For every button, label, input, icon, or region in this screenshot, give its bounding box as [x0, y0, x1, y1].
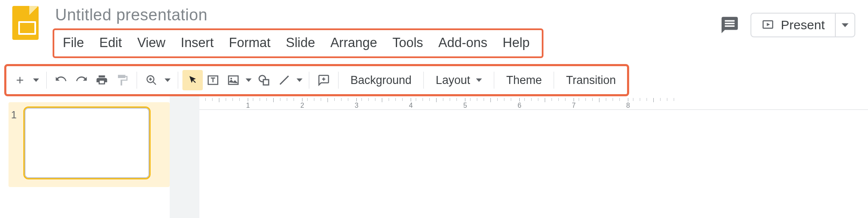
horizontal-ruler[interactable]: 12345678: [199, 96, 868, 110]
canvas-area: 12345678: [199, 96, 868, 218]
chevron-down-icon: [246, 78, 252, 82]
ruler-tick: [647, 98, 647, 101]
ruler-major: 2: [300, 96, 304, 109]
print-button[interactable]: [92, 70, 112, 90]
slide-number: 1: [11, 106, 17, 121]
print-icon: [95, 74, 108, 87]
menu-tools[interactable]: Tools: [385, 32, 431, 54]
shape-button[interactable]: [254, 70, 274, 90]
undo-button[interactable]: [51, 70, 71, 90]
ruler-tick: [273, 98, 274, 102]
ruler-tick: [334, 98, 335, 101]
header-right: Present: [720, 3, 864, 37]
ruler-tick: [619, 98, 620, 101]
toolbar: Background Layout Theme Transition: [10, 69, 624, 92]
slide-thumbnail[interactable]: [23, 106, 151, 179]
ruler-major: 5: [463, 96, 467, 109]
menu-insert[interactable]: Insert: [173, 32, 221, 54]
menu-file[interactable]: File: [55, 32, 92, 54]
svg-line-5: [153, 82, 156, 85]
separator: [554, 72, 554, 89]
ruler-tick: [423, 98, 423, 101]
slide-canvas[interactable]: [199, 110, 868, 218]
insert-image-group: [223, 70, 254, 90]
ruler-tick: [585, 98, 586, 101]
ruler-tick: [287, 98, 287, 101]
paint-format-button[interactable]: [112, 70, 132, 90]
text-box-button[interactable]: [203, 70, 223, 90]
ruler-major: 7: [572, 96, 576, 109]
ruler-tick: [524, 98, 525, 101]
present-button[interactable]: Present: [750, 13, 836, 37]
ruler-tick: [511, 98, 511, 101]
app-logo[interactable]: [4, 3, 47, 40]
comments-button[interactable]: [720, 15, 739, 35]
menu-help[interactable]: Help: [495, 32, 538, 54]
ruler-tick: [558, 98, 559, 101]
insert-image-button[interactable]: [223, 70, 244, 90]
ruler-tick: [212, 98, 213, 101]
menu-format[interactable]: Format: [221, 32, 278, 54]
ruler-tick: [294, 98, 294, 101]
header: Untitled presentation File Edit View Ins…: [0, 0, 868, 58]
new-slide-button[interactable]: [10, 70, 30, 90]
menu-arrange[interactable]: Arrange: [323, 32, 385, 54]
ruler-tick: [416, 98, 416, 101]
ruler-major: 8: [626, 96, 630, 109]
menu-slide[interactable]: Slide: [278, 32, 323, 54]
layout-button[interactable]: Layout: [428, 74, 490, 87]
ruler-tick: [280, 98, 280, 101]
filmstrip[interactable]: 1: [0, 96, 170, 218]
separator: [309, 72, 309, 89]
zoom-dropdown[interactable]: [162, 70, 174, 90]
line-button[interactable]: [274, 70, 294, 90]
svg-rect-2: [725, 25, 734, 27]
shape-icon: [258, 74, 270, 87]
ruler-tick: [266, 98, 267, 101]
line-icon: [278, 74, 291, 87]
ruler-tick: [606, 98, 606, 101]
add-comment-icon: [317, 74, 330, 87]
background-button[interactable]: Background: [343, 74, 419, 87]
ruler-tick: [361, 98, 362, 101]
redo-icon: [75, 74, 88, 87]
present-dropdown[interactable]: [836, 13, 855, 37]
ruler-tick: [667, 98, 667, 101]
theme-button[interactable]: Theme: [498, 74, 549, 87]
svg-point-10: [230, 78, 232, 79]
ruler-tick: [389, 98, 389, 101]
ruler-tick: [456, 98, 457, 101]
ruler-tick: [538, 98, 538, 101]
slide-thumbnail-row[interactable]: 1: [8, 102, 170, 187]
ruler-tick: [314, 98, 314, 101]
zoom-button[interactable]: [141, 70, 162, 90]
svg-rect-12: [263, 80, 269, 85]
ruler-tick: [253, 98, 253, 101]
ruler-tick: [599, 98, 599, 102]
new-slide-dropdown[interactable]: [30, 70, 42, 90]
ruler-tick: [226, 98, 226, 101]
paint-format-icon: [116, 74, 129, 87]
ruler-tick: [382, 98, 382, 102]
menu-view[interactable]: View: [129, 32, 173, 54]
ruler-tick: [260, 98, 260, 101]
ruler-tick: [674, 98, 674, 101]
layout-label: Layout: [436, 74, 470, 87]
menu-addons[interactable]: Add-ons: [431, 32, 495, 54]
select-tool-button[interactable]: [182, 70, 203, 90]
ruler-tick: [470, 98, 470, 101]
menu-edit[interactable]: Edit: [92, 32, 129, 54]
transition-button[interactable]: Transition: [558, 74, 624, 87]
svg-rect-0: [725, 20, 734, 22]
line-dropdown[interactable]: [294, 70, 305, 90]
ruler-tick: [205, 98, 206, 101]
redo-button[interactable]: [71, 70, 92, 90]
document-title[interactable]: Untitled presentation: [55, 3, 543, 28]
separator: [46, 72, 47, 89]
ruler-major: 6: [518, 96, 521, 109]
add-comment-button[interactable]: [314, 70, 334, 90]
ruler-tick: [545, 98, 545, 102]
menubar: File Edit View Insert Format Slide Arran…: [55, 32, 538, 54]
filmstrip-gutter[interactable]: [170, 96, 199, 218]
insert-image-dropdown[interactable]: [244, 70, 254, 90]
